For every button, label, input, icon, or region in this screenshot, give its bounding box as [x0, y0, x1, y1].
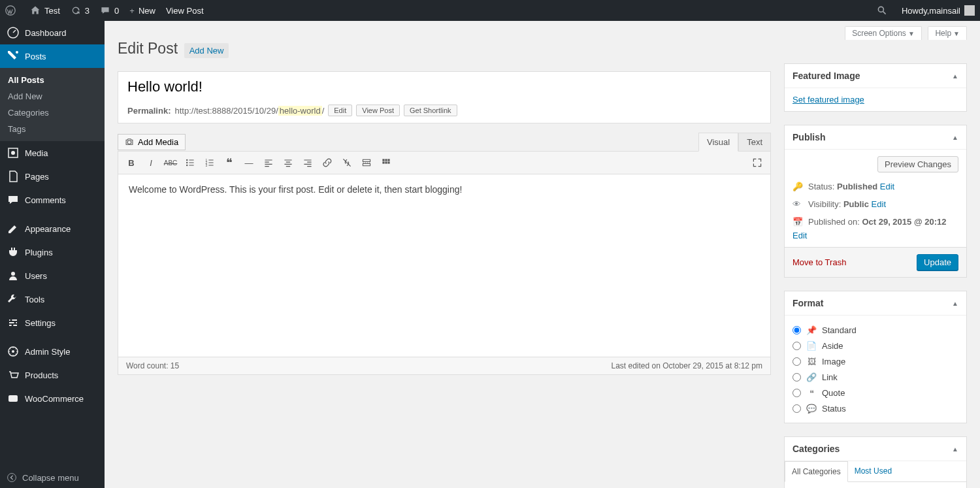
more-button[interactable] — [357, 154, 376, 171]
permalink-row: Permalink: http://test:8888/2015/10/29/h… — [118, 102, 770, 123]
svg-rect-13 — [8, 395, 18, 402]
format-quote[interactable]: ❝Quote — [792, 385, 958, 400]
svg-rect-24 — [387, 159, 389, 161]
get-shortlink-button[interactable]: Get Shortlink — [404, 105, 457, 116]
svg-point-1 — [878, 7, 883, 12]
menu-products[interactable]: Products — [0, 363, 105, 387]
svg-rect-27 — [387, 161, 389, 163]
edit-visibility-link[interactable]: Edit — [872, 199, 886, 209]
italic-button[interactable]: I — [142, 154, 160, 171]
publish-box: Publish▲ Preview Changes 🔑Status: Publis… — [784, 125, 967, 278]
align-right-button[interactable] — [299, 154, 317, 171]
cat-tab-all[interactable]: All Categories — [785, 461, 848, 482]
menu-pages[interactable]: Pages — [0, 165, 105, 188]
updates-count: 3 — [85, 6, 90, 16]
edit-slug-button[interactable]: Edit — [328, 105, 352, 116]
svg-rect-23 — [385, 159, 387, 161]
screen-options-tab[interactable]: Screen Options▼ — [845, 26, 922, 40]
help-tab[interactable]: Help▼ — [928, 26, 967, 40]
comments-link[interactable]: 0 — [95, 0, 124, 21]
edit-date-link[interactable]: Edit — [792, 231, 807, 240]
svg-point-15 — [127, 140, 131, 144]
editor-tab-visual[interactable]: Visual — [698, 133, 738, 152]
bullet-list-button[interactable] — [181, 154, 199, 171]
fullscreen-button[interactable] — [748, 154, 766, 171]
toggle-icon[interactable]: ▲ — [952, 134, 958, 141]
menu-tools[interactable]: Tools — [0, 287, 105, 311]
submenu-add-new[interactable]: Add New — [0, 88, 105, 105]
menu-settings[interactable]: Settings — [0, 311, 105, 334]
svg-point-17 — [186, 162, 188, 163]
svg-point-12 — [12, 350, 14, 353]
quote-icon: ❝ — [806, 387, 817, 398]
format-aside[interactable]: 📄Aside — [792, 338, 958, 353]
move-to-trash-link[interactable]: Move to Trash — [792, 257, 846, 267]
toggle-icon[interactable]: ▲ — [952, 446, 958, 453]
menu-posts[interactable]: Posts — [0, 44, 105, 68]
menu-users[interactable]: Users — [0, 264, 105, 287]
my-account[interactable]: Howdy, mainsail — [896, 0, 980, 21]
svg-point-0 — [6, 6, 15, 15]
set-featured-image-link[interactable]: Set featured image — [792, 95, 864, 105]
collapse-menu[interactable]: Collapse menu — [0, 467, 105, 488]
bold-button[interactable]: B — [122, 154, 140, 171]
wp-logo[interactable] — [0, 0, 25, 21]
menu-appearance[interactable]: Appearance — [0, 217, 105, 240]
menu-plugins[interactable]: Plugins — [0, 240, 105, 264]
svg-point-14 — [8, 474, 16, 482]
submenu-categories[interactable]: Categories — [0, 105, 105, 121]
align-left-button[interactable] — [259, 154, 278, 171]
strike-button[interactable]: ABC — [161, 154, 180, 171]
menu-comments[interactable]: Comments — [0, 188, 105, 212]
submenu-all-posts[interactable]: All Posts — [0, 72, 105, 88]
add-new-button[interactable]: Add New — [184, 43, 229, 58]
search-icon[interactable] — [872, 0, 896, 21]
view-post-link[interactable]: View Post — [161, 0, 209, 21]
editor-content[interactable]: Welcome to WordPress. This is your first… — [118, 174, 771, 357]
admin-sidebar: Dashboard Posts All Posts Add New Catego… — [0, 21, 105, 488]
menu-media[interactable]: Media — [0, 141, 105, 165]
format-status[interactable]: 💬Status — [792, 400, 958, 416]
toggle-icon[interactable]: ▲ — [952, 300, 958, 307]
numbered-list-button[interactable]: 123 — [201, 154, 219, 171]
hr-button[interactable]: — — [240, 154, 258, 171]
title-box: Permalink: http://test:8888/2015/10/29/h… — [118, 71, 771, 123]
svg-point-3 — [11, 151, 15, 155]
aside-icon: 📄 — [806, 340, 817, 351]
add-media-button[interactable]: Add Media — [118, 134, 186, 150]
update-button[interactable]: Update — [917, 254, 958, 270]
toggle-icon[interactable]: ▲ — [952, 73, 958, 80]
format-image[interactable]: 🖼Image — [792, 353, 958, 369]
cat-tab-most-used[interactable]: Most Used — [848, 461, 898, 481]
eye-icon: 👁 — [792, 199, 803, 209]
image-icon: 🖼 — [806, 356, 817, 366]
format-standard[interactable]: 📌Standard — [792, 322, 958, 338]
unlink-button[interactable] — [338, 154, 356, 171]
posts-submenu: All Posts Add New Categories Tags — [0, 68, 105, 141]
menu-dashboard[interactable]: Dashboard — [0, 21, 105, 44]
camera-icon — [125, 137, 134, 146]
menu-woocommerce[interactable]: WooCommerce — [0, 387, 105, 410]
menu-admin-style[interactable]: Admin Style — [0, 340, 105, 363]
align-center-button[interactable] — [279, 154, 297, 171]
svg-rect-26 — [385, 161, 387, 163]
editor-toolbar: B I ABC 123 ❝ — — [118, 151, 771, 174]
updates-link[interactable]: 3 — [65, 0, 95, 21]
toolbar-toggle-button[interactable] — [377, 154, 395, 171]
post-title-input[interactable] — [118, 72, 770, 102]
preview-changes-button[interactable]: Preview Changes — [877, 156, 958, 172]
format-link[interactable]: 🔗Link — [792, 369, 958, 385]
admin-bar: Test 3 0 +New View Post Howdy, mainsail — [0, 0, 980, 21]
new-content-link[interactable]: +New — [124, 0, 161, 21]
link-button[interactable] — [318, 154, 336, 171]
key-icon: 🔑 — [792, 182, 803, 191]
editor-tab-text[interactable]: Text — [738, 133, 771, 151]
blockquote-button[interactable]: ❝ — [220, 154, 238, 171]
submenu-tags[interactable]: Tags — [0, 121, 105, 137]
svg-point-9 — [14, 322, 16, 324]
view-post-button[interactable]: View Post — [356, 105, 400, 116]
edit-status-link[interactable]: Edit — [880, 182, 894, 191]
site-name: Test — [44, 6, 60, 16]
site-name-link[interactable]: Test — [25, 0, 65, 21]
link-icon: 🔗 — [806, 372, 817, 382]
